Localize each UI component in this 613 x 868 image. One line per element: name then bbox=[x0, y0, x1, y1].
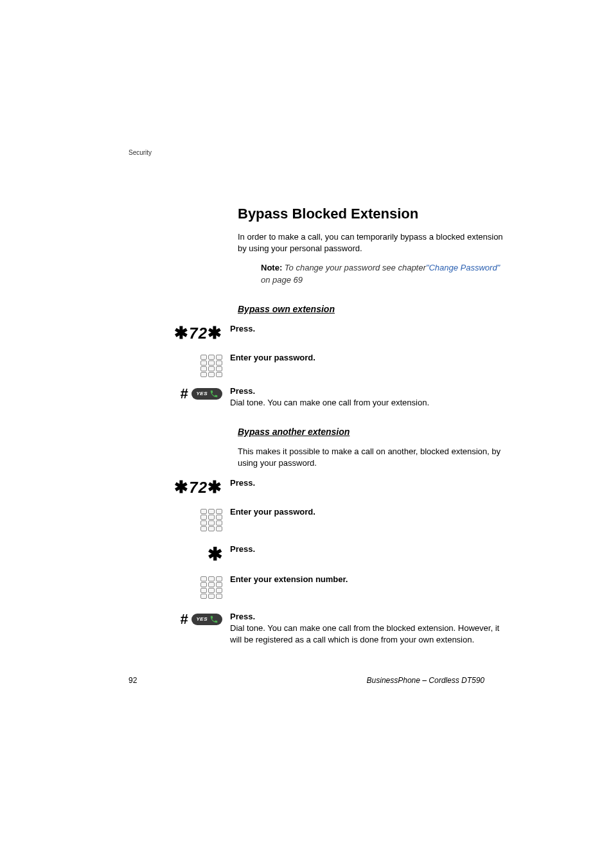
intro-text: In order to make a call, you can tempora… bbox=[238, 231, 508, 254]
page-number: 92 bbox=[129, 676, 137, 685]
step-desc: Dial tone. You can make one call from yo… bbox=[230, 397, 508, 409]
code-digits: 72 bbox=[189, 479, 208, 496]
main-content: Bypass Blocked Extension In order to mak… bbox=[238, 206, 508, 651]
step-icon-col bbox=[180, 574, 230, 602]
step-desc: Dial tone. You can make one call from th… bbox=[230, 623, 508, 646]
phone-icon bbox=[209, 615, 218, 624]
step-row: ✱ Press. bbox=[180, 544, 508, 565]
note-text-2: on page 69 bbox=[261, 275, 303, 285]
press-label: Press. bbox=[230, 544, 508, 555]
step-text: Press. bbox=[230, 477, 508, 489]
step-icon-col: # YES bbox=[180, 611, 230, 628]
step-text: Press. bbox=[230, 323, 508, 335]
keypad-icon bbox=[200, 355, 222, 378]
section2-intro: This makes it possible to make a call on… bbox=[238, 446, 508, 469]
enter-password-label: Enter your password. bbox=[230, 506, 508, 518]
note-block: Note: To change your password see chapte… bbox=[261, 262, 508, 285]
hash-icon: # bbox=[180, 385, 188, 402]
note-text-1: To change your password see chapter bbox=[285, 263, 426, 272]
dial-code: ✱72✱ bbox=[174, 477, 222, 497]
press-label: Press. bbox=[230, 323, 508, 335]
page-title: Bypass Blocked Extension bbox=[238, 206, 508, 222]
subheading-bypass-another: Bypass another extension bbox=[238, 427, 508, 437]
star-icon: ✱ bbox=[174, 323, 189, 342]
step-icon-col: ✱72✱ bbox=[180, 477, 230, 497]
press-label: Press. bbox=[230, 611, 508, 623]
yes-button-label: YES bbox=[196, 391, 208, 396]
step-icon-col: ✱72✱ bbox=[180, 323, 230, 343]
subheading-bypass-own: Bypass own extension bbox=[238, 304, 508, 314]
dial-code: ✱72✱ bbox=[174, 323, 222, 343]
step-row: Enter your extension number. bbox=[180, 574, 508, 602]
step-text: Press. bbox=[230, 544, 508, 555]
star-icon: ✱ bbox=[208, 544, 222, 565]
phone-icon bbox=[209, 389, 218, 398]
star-icon: ✱ bbox=[208, 323, 222, 342]
code-digits: 72 bbox=[189, 324, 208, 342]
footer: 92 BusinessPhone – Cordless DT590 bbox=[129, 676, 484, 685]
enter-extension-label: Enter your extension number. bbox=[230, 574, 508, 585]
step-row: ✱72✱ Press. bbox=[180, 477, 508, 497]
section-header: Security bbox=[129, 149, 152, 156]
star-icon: ✱ bbox=[208, 477, 222, 497]
note-label: Note: bbox=[261, 263, 282, 272]
yes-button-icon: YES bbox=[191, 614, 222, 625]
step-icon-col: # YES bbox=[180, 385, 230, 402]
step-icon-col: ✱ bbox=[180, 544, 230, 565]
product-name: BusinessPhone – Cordless DT590 bbox=[367, 676, 484, 685]
step-row: # YES Press. Dial tone. You can make one… bbox=[180, 611, 508, 646]
press-label: Press. bbox=[230, 385, 508, 397]
step-row: Enter your password. bbox=[180, 506, 508, 535]
star-icon: ✱ bbox=[174, 477, 189, 497]
step-text: Enter your password. bbox=[230, 506, 508, 518]
note-link[interactable]: "Change Password" bbox=[426, 263, 500, 272]
keypad-icon bbox=[200, 509, 222, 532]
keypad-icon bbox=[200, 576, 222, 599]
yes-button-label: YES bbox=[196, 616, 208, 622]
step-row: ✱72✱ Press. bbox=[180, 323, 508, 343]
hash-icon: # bbox=[180, 611, 188, 628]
step-row: Enter your password. bbox=[180, 352, 508, 380]
step-text: Press. Dial tone. You can make one call … bbox=[230, 385, 508, 409]
enter-password-label: Enter your password. bbox=[230, 352, 508, 364]
step-text: Enter your extension number. bbox=[230, 574, 508, 585]
press-label: Press. bbox=[230, 477, 508, 489]
step-icon-col bbox=[180, 506, 230, 535]
yes-button-icon: YES bbox=[191, 388, 222, 400]
step-row: # YES Press. Dial tone. You can make one… bbox=[180, 385, 508, 409]
step-text: Enter your password. bbox=[230, 352, 508, 364]
step-icon-col bbox=[180, 352, 230, 380]
step-text: Press. Dial tone. You can make one call … bbox=[230, 611, 508, 646]
